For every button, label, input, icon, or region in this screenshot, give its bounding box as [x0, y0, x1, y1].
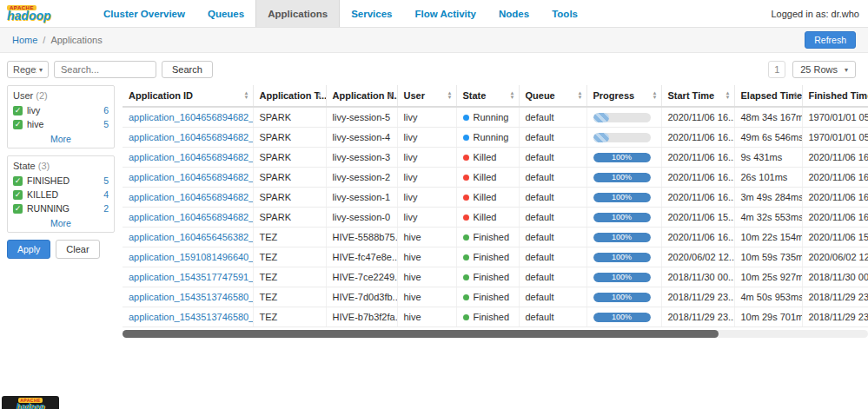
- application-id-link[interactable]: application_1604656894682_0003: [129, 172, 253, 182]
- column-header-application-id[interactable]: Application ID▲▼: [123, 85, 253, 107]
- checkbox-checked-icon[interactable]: ✓: [13, 176, 23, 186]
- table-row[interactable]: application_1543513746580_0001TEZHIVE-b7…: [123, 307, 868, 327]
- checkbox-checked-icon[interactable]: ✓: [13, 204, 23, 214]
- cell-elapsed-time: 4m 50s 953ms: [734, 287, 802, 307]
- applications-table-area: Application ID▲▼Application T...▲▼Applic…: [123, 85, 868, 338]
- sort-icon[interactable]: ▲▼: [726, 91, 731, 100]
- state-filter-item-finished[interactable]: ✓FINISHED5: [13, 174, 109, 188]
- checkbox-checked-icon[interactable]: ✓: [13, 106, 23, 115]
- cell-application-name: HIVE-5588b75...: [326, 228, 397, 247]
- application-id-link[interactable]: application_1604656894682_0006: [129, 112, 253, 122]
- sort-icon[interactable]: ▲▼: [578, 91, 583, 100]
- checkbox-checked-icon[interactable]: ✓: [13, 190, 23, 200]
- state-dot-icon: [463, 195, 469, 201]
- search-input[interactable]: [54, 61, 156, 78]
- cell-application-id: application_1604656894682_0004: [123, 148, 253, 168]
- table-row[interactable]: application_1604656894682_0005SPARKlivy-…: [123, 128, 868, 148]
- state-dot-icon: [463, 314, 469, 320]
- state-filter-item-killed[interactable]: ✓KILLED4: [13, 188, 109, 201]
- state-filter-item-running[interactable]: ✓RUNNING2: [13, 201, 109, 215]
- table-row[interactable]: application_1604656894682_0002SPARKlivy-…: [123, 188, 868, 208]
- table-row[interactable]: application_1604656894682_0001SPARKlivy-…: [123, 208, 868, 228]
- column-header-user[interactable]: User▲▼: [397, 85, 456, 107]
- cell-elapsed-time: 10m 29s 701ms: [734, 307, 802, 327]
- nav-item-cluster-overview[interactable]: Cluster Overview: [92, 0, 196, 27]
- table-row[interactable]: application_1604656894682_0006SPARKlivy-…: [123, 107, 868, 128]
- checkbox-checked-icon[interactable]: ✓: [13, 120, 23, 129]
- refresh-button[interactable]: Refresh: [805, 31, 856, 49]
- cell-state: Killed: [456, 208, 519, 228]
- application-id-link[interactable]: application_1604656894682_0001: [129, 212, 253, 222]
- sort-icon[interactable]: ▲▼: [793, 91, 798, 100]
- table-row[interactable]: application_1604656456382_0001TEZHIVE-55…: [123, 228, 868, 247]
- state-more-link[interactable]: More: [13, 215, 109, 230]
- filter-item-label: KILLED: [27, 189, 58, 200]
- table-row[interactable]: application_1591081496640_0001TEZHIVE-fc…: [123, 247, 868, 267]
- sort-icon[interactable]: ▲▼: [653, 91, 658, 100]
- apply-button[interactable]: Apply: [7, 240, 50, 259]
- nav-item-nodes[interactable]: Nodes: [487, 0, 540, 27]
- column-header-application-t-[interactable]: Application T...▲▼: [253, 85, 326, 107]
- table-row[interactable]: application_1543513746580_0002TEZHIVE-7d…: [123, 287, 868, 307]
- rows-per-page-dropdown[interactable]: 25 Rows ▾: [792, 61, 856, 78]
- sort-icon[interactable]: ▲▼: [317, 91, 322, 100]
- column-header-finished-time[interactable]: Finished Time▲▼: [802, 85, 868, 107]
- breadcrumb-separator: /: [43, 35, 45, 45]
- application-id-link[interactable]: application_1604656894682_0004: [129, 152, 253, 162]
- table-row[interactable]: application_1604656894682_0003SPARKlivy-…: [123, 168, 868, 188]
- nav-item-flow-activity[interactable]: Flow Activity: [404, 0, 488, 27]
- search-button[interactable]: Search: [162, 61, 213, 78]
- cell-state: Killed: [456, 188, 519, 208]
- progress-bar: 100%: [593, 253, 651, 262]
- cell-progress: [586, 107, 661, 128]
- nav-item-queues[interactable]: Queues: [196, 0, 255, 27]
- application-id-link[interactable]: application_1604656894682_0005: [129, 132, 253, 142]
- sort-icon[interactable]: ▲▼: [244, 91, 249, 100]
- scrollbar-thumb[interactable]: [123, 330, 719, 338]
- column-header-elapsed-time[interactable]: Elapsed Time▲▼: [734, 85, 802, 107]
- user-filter-item-hive[interactable]: ✓hive5: [13, 117, 109, 131]
- table-row[interactable]: application_1604656894682_0004SPARKlivy-…: [123, 148, 868, 168]
- regex-dropdown[interactable]: Regex ▾: [7, 61, 49, 78]
- breadcrumb-home-link[interactable]: Home: [12, 35, 37, 45]
- page-number-button[interactable]: 1: [768, 61, 785, 78]
- column-header-progress[interactable]: Progress▲▼: [586, 85, 661, 107]
- progress-label: 100%: [593, 253, 651, 262]
- clear-button[interactable]: Clear: [56, 240, 99, 259]
- column-header-application-n-[interactable]: Application N...▲▼: [326, 85, 397, 107]
- cell-application-name: HIVE-7ce2249...: [326, 267, 397, 287]
- column-header-state[interactable]: State▲▼: [456, 85, 519, 107]
- user-more-link[interactable]: More: [13, 131, 109, 146]
- rows-per-page-label: 25 Rows: [800, 64, 838, 75]
- horizontal-scrollbar[interactable]: [123, 330, 868, 338]
- hadoop-logo-text: hadoop: [17, 403, 45, 409]
- application-id-link[interactable]: application_1543513746580_0002: [129, 292, 253, 302]
- cell-state: Finished: [456, 287, 519, 307]
- nav-item-services[interactable]: Services: [340, 0, 403, 27]
- application-id-link[interactable]: application_1543517747591_0001: [129, 272, 253, 282]
- application-id-link[interactable]: application_1604656894682_0002: [129, 192, 253, 202]
- cell-application-id: application_1543513746580_0002: [123, 287, 253, 307]
- sort-icon[interactable]: ▲▼: [447, 91, 453, 100]
- progress-bar: 100%: [593, 313, 651, 322]
- user-filter-item-livy[interactable]: ✓livy6: [13, 103, 109, 117]
- filter-item-label: livy: [27, 105, 40, 115]
- nav-item-tools[interactable]: Tools: [540, 0, 589, 27]
- state-dot-icon: [463, 175, 469, 181]
- sort-icon[interactable]: ▲▼: [510, 91, 515, 100]
- progress-bar: 100%: [593, 153, 651, 162]
- cell-finished-time: 2020/11/06 16...: [802, 168, 868, 188]
- sort-icon[interactable]: ▲▼: [388, 91, 394, 100]
- application-id-link[interactable]: application_1543513746580_0001: [129, 312, 253, 322]
- table-row[interactable]: application_1543517747591_0001TEZHIVE-7c…: [123, 267, 868, 287]
- state-label: Finished: [474, 272, 510, 282]
- application-id-link[interactable]: application_1591081496640_0001: [129, 252, 253, 262]
- state-label: Finished: [474, 232, 510, 242]
- column-header-start-time[interactable]: Start Time▲▼: [661, 85, 734, 107]
- nav-item-applications[interactable]: Applications: [255, 0, 340, 27]
- column-header-queue[interactable]: Queue▲▼: [519, 85, 586, 107]
- cell-application-type: SPARK: [253, 128, 326, 148]
- progress-bar: [593, 113, 651, 122]
- application-id-link[interactable]: application_1604656456382_0001: [129, 232, 253, 242]
- cell-start-time: 2020/06/02 12...: [661, 247, 734, 267]
